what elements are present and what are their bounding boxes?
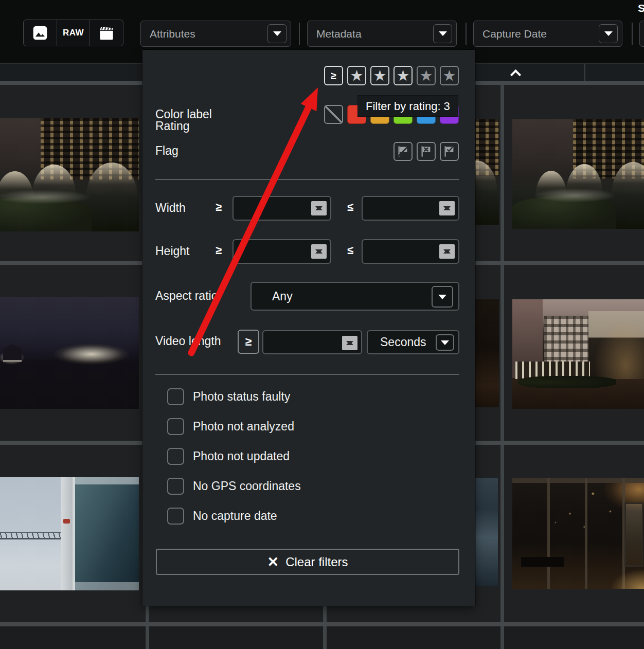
capture-date-dropdown[interactable]: Capture Date (473, 21, 622, 47)
photo-thumbnail[interactable] (512, 299, 644, 409)
checkbox-photo-not-analyzed[interactable] (167, 418, 184, 435)
clipped-toolbar-button[interactable] (639, 21, 644, 47)
checkbox-label: No GPS coordinates (193, 479, 301, 493)
chevron-down-icon (441, 340, 449, 345)
photo-thumbnail[interactable] (0, 118, 139, 231)
video-length-unit-caret-button[interactable] (436, 334, 454, 351)
spinner-button[interactable] (342, 336, 357, 350)
aspect-ratio-label: Aspect ratio (155, 289, 218, 303)
flag-picked-button[interactable] (440, 142, 459, 161)
metadata-dropdown[interactable]: Metadata (307, 21, 457, 47)
header-divider (584, 64, 585, 82)
chevron-down-icon (604, 31, 613, 36)
clipped-toolbar-label: S (638, 2, 644, 14)
width-min-operator: ≥ (216, 201, 222, 214)
spinner-button[interactable] (311, 244, 327, 259)
thumbnail-cell[interactable] (504, 85, 644, 261)
photo-thumbnail[interactable] (0, 297, 139, 409)
width-label: Width (155, 201, 186, 215)
filter-raw-button[interactable]: RAW (57, 20, 91, 46)
height-max-operator: ≤ (347, 244, 353, 257)
filter-images-button[interactable] (24, 20, 57, 46)
thumbnail-cell[interactable] (0, 265, 146, 441)
rating-star-2[interactable]: ★ (370, 66, 389, 85)
thumbnail-cell[interactable] (327, 626, 500, 649)
metadata-caret-button[interactable] (433, 24, 452, 43)
photo-thumbnail[interactable] (0, 477, 139, 590)
width-max-operator: ≤ (347, 201, 353, 214)
image-icon (32, 25, 48, 41)
capture-date-dropdown-label: Capture Date (482, 21, 547, 46)
attributes-filter-panel: Rating ≥ ★ ★ ★ ★ ★ Color label Flag (142, 50, 475, 606)
spinner-button[interactable] (439, 201, 455, 215)
metadata-dropdown-label: Metadata (316, 21, 362, 46)
color-label-none-button[interactable] (324, 105, 343, 124)
video-length-unit-value: Seconds (380, 331, 426, 353)
toolbar-separator (632, 23, 633, 45)
toolbar-separator (299, 23, 300, 45)
height-label: Height (155, 244, 189, 258)
color-label-label: Color label (155, 107, 212, 121)
thumbnail-cell[interactable] (149, 626, 323, 649)
attributes-dropdown-label: Attributes (150, 21, 195, 46)
flag-check-icon (442, 145, 456, 158)
flag-slash-icon (396, 145, 410, 158)
spinner-button[interactable] (311, 201, 327, 215)
thumbnail-cell[interactable] (504, 265, 644, 441)
rating-star-1[interactable]: ★ (347, 66, 366, 85)
clapperboard-icon (98, 25, 115, 41)
flag-x-icon (419, 145, 433, 158)
aspect-ratio-select[interactable]: Any (251, 282, 459, 311)
thumbnail-cell[interactable]: A (504, 445, 644, 622)
aspect-ratio-caret-button[interactable] (432, 286, 453, 308)
rating-operator-button[interactable]: ≥ (324, 66, 343, 85)
flag-rejected-button[interactable] (417, 142, 436, 161)
thumbnail-cell[interactable] (0, 626, 146, 649)
checkbox-label: Photo not analyzed (193, 420, 294, 434)
thumbnail-cell[interactable] (0, 445, 146, 622)
filter-videos-button[interactable] (90, 20, 123, 46)
width-min-input[interactable] (232, 196, 331, 221)
flag-unflagged-button[interactable] (393, 142, 413, 161)
collapse-chevron-icon[interactable] (510, 69, 521, 80)
toolbar-separator (466, 23, 467, 45)
checkbox-photo-status-faulty[interactable] (167, 388, 184, 405)
photo-thumbnail[interactable]: A (512, 478, 644, 589)
rating-star-4[interactable]: ★ (417, 66, 436, 85)
video-length-unit-select[interactable]: Seconds (367, 330, 459, 354)
app-window: A RAW Attributes (0, 0, 644, 649)
width-max-input[interactable] (362, 196, 459, 221)
video-length-input[interactable] (262, 330, 362, 354)
checkbox-no-capture-date[interactable] (167, 508, 184, 525)
chevron-down-icon (273, 31, 281, 36)
checkbox-label: Photo status faulty (193, 390, 290, 404)
capture-date-caret-button[interactable] (599, 24, 618, 43)
photo-thumbnail[interactable] (512, 119, 644, 229)
clear-filters-button[interactable]: ✕ Clear filters (156, 549, 459, 575)
video-length-operator-button[interactable]: ≥ (238, 330, 259, 354)
grid-gap (0, 622, 644, 626)
video-length-label: Video length (155, 334, 221, 348)
close-icon: ✕ (267, 554, 279, 570)
chevron-down-icon (439, 31, 447, 36)
media-type-filter-group: RAW (23, 20, 123, 46)
rating-star-5[interactable]: ★ (440, 66, 459, 85)
thumbnail-cell[interactable] (0, 85, 146, 261)
height-min-operator: ≥ (216, 244, 222, 257)
attributes-dropdown[interactable]: Attributes (140, 21, 291, 47)
rating-star-3[interactable]: ★ (393, 66, 413, 85)
flag-label: Flag (155, 144, 178, 158)
rating-label: Rating (155, 119, 189, 133)
checkbox-photo-not-updated[interactable] (167, 448, 184, 465)
height-max-input[interactable] (362, 239, 459, 264)
spinner-button[interactable] (439, 244, 455, 259)
attributes-caret-button[interactable] (267, 24, 287, 43)
chevron-down-icon (438, 295, 446, 299)
checkbox-label: No capture date (193, 509, 277, 523)
raw-label: RAW (63, 28, 84, 38)
rating-tooltip: Filter by rating: 3 (357, 95, 458, 117)
checkbox-no-gps-coordinates[interactable] (167, 478, 184, 495)
thumbnail-cell[interactable] (504, 626, 644, 649)
panel-divider (155, 179, 459, 180)
height-min-input[interactable] (232, 239, 331, 264)
